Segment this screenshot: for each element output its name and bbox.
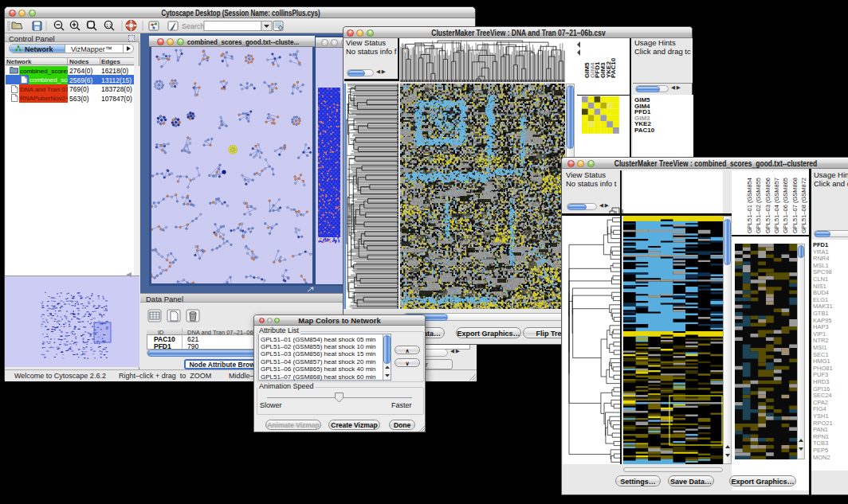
svg-text:Search:: Search: (182, 22, 206, 30)
svg-text:1:1: 1:1 (106, 23, 112, 28)
svg-text:Network: Network (25, 45, 54, 53)
svg-text:VizMapper™: VizMapper™ (71, 45, 112, 53)
